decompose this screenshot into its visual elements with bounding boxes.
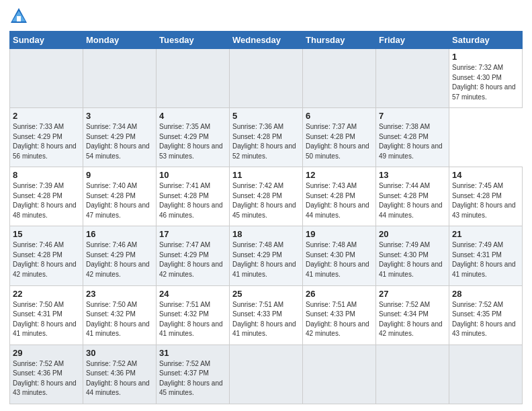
day-info: Sunrise: 7:49 AMSunset: 4:31 PMDaylight:… <box>452 240 519 279</box>
calendar-day-cell: 15Sunrise: 7:46 AMSunset: 4:28 PMDayligh… <box>10 226 83 285</box>
day-number: 9 <box>86 170 153 180</box>
calendar-day-cell: 29Sunrise: 7:52 AMSunset: 4:36 PMDayligh… <box>10 345 83 404</box>
calendar-day-cell: 10Sunrise: 7:41 AMSunset: 4:28 PMDayligh… <box>157 167 230 226</box>
calendar-day-cell: 6Sunrise: 7:37 AMSunset: 4:28 PMDaylight… <box>303 108 376 167</box>
day-info: Sunrise: 7:37 AMSunset: 4:28 PMDaylight:… <box>306 122 373 161</box>
calendar-day-cell: 30Sunrise: 7:52 AMSunset: 4:36 PMDayligh… <box>83 345 157 404</box>
day-info: Sunrise: 7:52 AMSunset: 4:36 PMDaylight:… <box>86 359 153 398</box>
calendar-week-row: 15Sunrise: 7:46 AMSunset: 4:28 PMDayligh… <box>10 226 523 285</box>
calendar-day-cell: 8Sunrise: 7:39 AMSunset: 4:28 PMDaylight… <box>10 167 83 226</box>
logo-icon <box>9 7 28 26</box>
day-info: Sunrise: 7:45 AMSunset: 4:28 PMDaylight:… <box>452 181 519 220</box>
day-number: 13 <box>379 170 446 180</box>
day-number: 31 <box>159 348 226 358</box>
calendar-day-cell: 13Sunrise: 7:44 AMSunset: 4:28 PMDayligh… <box>376 167 449 226</box>
calendar-day-cell: 23Sunrise: 7:50 AMSunset: 4:32 PMDayligh… <box>83 285 157 345</box>
calendar-day-cell: 16Sunrise: 7:46 AMSunset: 4:29 PMDayligh… <box>83 226 157 285</box>
day-info: Sunrise: 7:48 AMSunset: 4:30 PMDaylight:… <box>306 240 373 279</box>
day-info: Sunrise: 7:39 AMSunset: 4:28 PMDaylight:… <box>13 181 80 220</box>
day-number: 25 <box>232 289 300 299</box>
day-info: Sunrise: 7:50 AMSunset: 4:31 PMDaylight:… <box>13 300 80 339</box>
calendar-header-row: SundayMondayTuesdayWednesdayThursdayFrid… <box>10 32 523 49</box>
day-info: Sunrise: 7:51 AMSunset: 4:32 PMDaylight:… <box>159 300 226 339</box>
calendar-table: SundayMondayTuesdayWednesdayThursdayFrid… <box>9 31 523 404</box>
day-number: 21 <box>452 229 519 239</box>
calendar-day-cell <box>83 49 157 108</box>
calendar-day-cell: 11Sunrise: 7:42 AMSunset: 4:28 PMDayligh… <box>230 167 303 226</box>
day-info: Sunrise: 7:44 AMSunset: 4:28 PMDaylight:… <box>379 181 446 220</box>
day-number: 26 <box>306 289 373 299</box>
calendar-day-cell <box>449 345 523 404</box>
calendar-day-cell: 2Sunrise: 7:33 AMSunset: 4:29 PMDaylight… <box>10 108 83 167</box>
calendar-day-cell <box>230 345 303 404</box>
day-number: 5 <box>232 111 300 121</box>
day-number: 2 <box>13 111 80 121</box>
calendar-day-cell: 3Sunrise: 7:34 AMSunset: 4:29 PMDaylight… <box>83 108 157 167</box>
day-number: 20 <box>379 229 446 239</box>
day-number: 11 <box>232 170 300 180</box>
header <box>9 7 523 26</box>
day-number: 4 <box>159 111 226 121</box>
day-info: Sunrise: 7:52 AMSunset: 4:36 PMDaylight:… <box>13 359 80 398</box>
calendar-day-cell: 20Sunrise: 7:49 AMSunset: 4:30 PMDayligh… <box>376 226 449 285</box>
day-of-week-header: Monday <box>83 32 157 49</box>
day-of-week-header: Thursday <box>303 32 376 49</box>
calendar-day-cell: 31Sunrise: 7:52 AMSunset: 4:37 PMDayligh… <box>157 345 230 404</box>
calendar-day-cell: 17Sunrise: 7:47 AMSunset: 4:29 PMDayligh… <box>157 226 230 285</box>
calendar-day-cell <box>303 345 376 404</box>
day-info: Sunrise: 7:50 AMSunset: 4:32 PMDaylight:… <box>86 300 153 339</box>
day-info: Sunrise: 7:51 AMSunset: 4:33 PMDaylight:… <box>232 300 300 339</box>
calendar-day-cell <box>230 49 303 108</box>
calendar-day-cell: 9Sunrise: 7:40 AMSunset: 4:28 PMDaylight… <box>83 167 157 226</box>
day-number: 16 <box>86 229 153 239</box>
calendar-week-row: 29Sunrise: 7:52 AMSunset: 4:36 PMDayligh… <box>10 345 523 404</box>
day-info: Sunrise: 7:49 AMSunset: 4:30 PMDaylight:… <box>379 240 446 279</box>
day-number: 28 <box>452 289 519 299</box>
calendar-day-cell <box>376 345 449 404</box>
day-number: 8 <box>13 170 80 180</box>
day-info: Sunrise: 7:52 AMSunset: 4:37 PMDaylight:… <box>159 359 226 398</box>
day-number: 6 <box>306 111 373 121</box>
calendar-day-cell <box>157 49 230 108</box>
calendar-day-cell: 12Sunrise: 7:43 AMSunset: 4:28 PMDayligh… <box>303 167 376 226</box>
day-number: 24 <box>159 289 226 299</box>
calendar-week-row: 8Sunrise: 7:39 AMSunset: 4:28 PMDaylight… <box>10 167 523 226</box>
day-of-week-header: Saturday <box>449 32 523 49</box>
calendar-day-cell <box>376 49 449 108</box>
day-info: Sunrise: 7:40 AMSunset: 4:28 PMDaylight:… <box>86 181 153 220</box>
day-info: Sunrise: 7:43 AMSunset: 4:28 PMDaylight:… <box>306 181 373 220</box>
calendar-day-cell <box>303 49 376 108</box>
day-number: 15 <box>13 229 80 239</box>
calendar-day-cell: 22Sunrise: 7:50 AMSunset: 4:31 PMDayligh… <box>10 285 83 345</box>
day-of-week-header: Wednesday <box>230 32 303 49</box>
day-info: Sunrise: 7:32 AMSunset: 4:30 PMDaylight:… <box>452 63 519 102</box>
calendar-day-cell: 18Sunrise: 7:48 AMSunset: 4:29 PMDayligh… <box>230 226 303 285</box>
day-number: 17 <box>159 229 226 239</box>
calendar-day-cell: 24Sunrise: 7:51 AMSunset: 4:32 PMDayligh… <box>157 285 230 345</box>
day-info: Sunrise: 7:36 AMSunset: 4:28 PMDaylight:… <box>232 122 300 161</box>
calendar-day-cell: 28Sunrise: 7:52 AMSunset: 4:35 PMDayligh… <box>449 285 523 345</box>
day-number: 12 <box>306 170 373 180</box>
day-of-week-header: Friday <box>376 32 449 49</box>
day-of-week-header: Tuesday <box>157 32 230 49</box>
logo <box>9 7 31 26</box>
calendar-day-cell: 4Sunrise: 7:35 AMSunset: 4:29 PMDaylight… <box>157 108 230 167</box>
day-info: Sunrise: 7:41 AMSunset: 4:28 PMDaylight:… <box>159 181 226 220</box>
calendar-day-cell: 7Sunrise: 7:38 AMSunset: 4:28 PMDaylight… <box>376 108 449 167</box>
day-info: Sunrise: 7:33 AMSunset: 4:29 PMDaylight:… <box>13 122 80 161</box>
day-info: Sunrise: 7:51 AMSunset: 4:33 PMDaylight:… <box>306 300 373 339</box>
day-number: 7 <box>379 111 446 121</box>
calendar-day-cell: 1Sunrise: 7:32 AMSunset: 4:30 PMDaylight… <box>449 49 523 108</box>
day-number: 23 <box>86 289 153 299</box>
calendar-week-row: 2Sunrise: 7:33 AMSunset: 4:29 PMDaylight… <box>10 108 523 167</box>
day-number: 19 <box>306 229 373 239</box>
calendar-day-cell: 5Sunrise: 7:36 AMSunset: 4:28 PMDaylight… <box>230 108 303 167</box>
day-number: 29 <box>13 348 80 358</box>
day-info: Sunrise: 7:46 AMSunset: 4:28 PMDaylight:… <box>13 240 80 279</box>
day-number: 30 <box>86 348 153 358</box>
day-info: Sunrise: 7:38 AMSunset: 4:28 PMDaylight:… <box>379 122 446 161</box>
calendar-day-cell: 27Sunrise: 7:52 AMSunset: 4:34 PMDayligh… <box>376 285 449 345</box>
svg-rect-2 <box>17 16 21 21</box>
calendar-day-cell: 19Sunrise: 7:48 AMSunset: 4:30 PMDayligh… <box>303 226 376 285</box>
day-number: 22 <box>13 289 80 299</box>
